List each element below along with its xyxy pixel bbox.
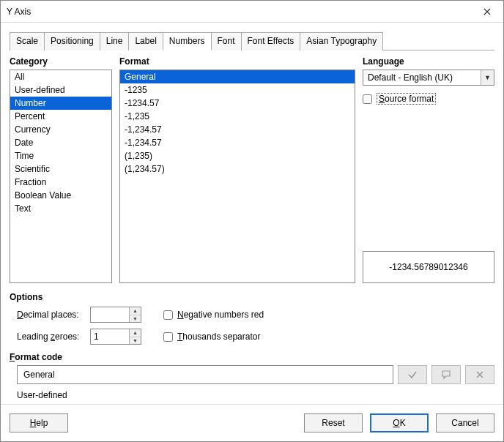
comment-icon [441,370,451,380]
chevron-down-icon: ▼ [481,70,494,85]
format-listbox[interactable]: General-1235-1234.57-1,235-1,234.57-1,23… [119,70,355,283]
format-item[interactable]: -1,234.57 [120,136,355,149]
negative-red-checkbox[interactable] [163,310,173,320]
format-item[interactable]: -1234.57 [120,97,355,110]
tab-font-effects[interactable]: Font Effects [241,32,301,50]
format-code-note: User-defined [17,390,494,400]
tab-label[interactable]: Label [128,32,163,50]
reset-button[interactable]: Reset [304,413,363,432]
category-item[interactable]: Boolean Value [10,189,111,202]
dialog-yaxis: Y Axis ScalePositioningLineLabelNumbersF… [0,0,504,442]
spin-down-icon[interactable]: ▼ [130,315,141,323]
language-select-value: Default - English (UK) [368,72,481,83]
thousands-label: Thousands separator [177,332,260,342]
leading-zeroes-spinner[interactable]: ▲▼ [90,329,141,345]
category-item[interactable]: Time [10,149,111,162]
decimal-places-input[interactable] [91,307,129,322]
format-code-section: Format code User-defined [10,352,494,400]
language-heading: Language [363,56,494,67]
tabstrip: ScalePositioningLineLabelNumbersFontFont… [10,31,494,50]
category-item[interactable]: Text [10,202,111,215]
leading-zeroes-label: Leading zeroes: [17,332,90,342]
format-preview-value: -1234.56789012346 [389,262,467,272]
format-item[interactable]: -1235 [120,83,355,97]
format-heading: Format [119,56,355,67]
button-bar: Help Reset OK Cancel [1,404,503,441]
category-item[interactable]: All [10,70,111,83]
spin-up-icon[interactable]: ▲ [130,307,141,315]
source-format-label: Source format [377,93,436,105]
format-item[interactable]: (1,235) [120,149,355,162]
tab-numbers[interactable]: Numbers [163,32,212,50]
format-code-comment-button[interactable] [431,365,461,384]
help-button[interactable]: Help [10,413,68,432]
category-heading: Category [10,56,112,67]
tab-line[interactable]: Line [100,32,130,50]
format-item[interactable]: -1,234.57 [120,123,355,136]
thousands-checkbox[interactable] [163,332,173,342]
category-item[interactable]: Currency [10,123,111,136]
thousands-row[interactable]: Thousands separator [163,332,325,342]
format-code-heading: Format code [10,352,494,362]
source-format-checkbox-row[interactable]: Source format [363,93,494,105]
ok-button[interactable]: OK [370,413,429,432]
category-item[interactable]: User-defined [10,83,111,97]
format-item[interactable]: (1,234.57) [120,162,355,176]
category-item[interactable]: Fraction [10,176,111,189]
window-title: Y Axis [7,7,472,17]
cancel-button[interactable]: Cancel [436,413,494,432]
spin-up-icon[interactable]: ▲ [130,329,141,337]
format-item[interactable]: -1,235 [120,110,355,123]
format-code-delete-button[interactable] [465,365,494,384]
category-item[interactable]: Number [10,97,111,110]
negative-red-label: Negative numbers red [177,310,264,320]
format-preview: -1234.56789012346 [363,251,494,283]
tab-scale[interactable]: Scale [10,32,45,50]
category-item[interactable]: Percent [10,110,111,123]
language-select[interactable]: Default - English (UK) ▼ [363,70,494,86]
negative-red-row[interactable]: Negative numbers red [163,310,325,320]
tab-positioning[interactable]: Positioning [44,32,100,50]
decimal-places-label: Decimal places: [17,310,90,320]
titlebar: Y Axis [1,1,503,23]
spin-down-icon[interactable]: ▼ [130,337,141,345]
tab-asian-typography[interactable]: Asian Typography [300,32,383,50]
format-code-apply-button[interactable] [398,365,427,384]
category-item[interactable]: Scientific [10,162,111,176]
close-icon [483,8,491,15]
leading-zeroes-input[interactable] [91,329,129,344]
check-icon [407,370,418,380]
format-item[interactable]: General [120,70,355,83]
options-section: Options Decimal places: ▲▼ Negative numb… [10,292,494,345]
decimal-places-spinner[interactable]: ▲▼ [90,307,141,323]
x-icon [475,370,484,379]
close-button[interactable] [472,1,502,22]
source-format-checkbox[interactable] [363,94,372,104]
format-code-input[interactable] [17,365,393,384]
tab-font[interactable]: Font [211,32,242,50]
options-heading: Options [10,292,494,302]
category-listbox[interactable]: AllUser-definedNumberPercentCurrencyDate… [10,70,112,283]
category-item[interactable]: Date [10,136,111,149]
